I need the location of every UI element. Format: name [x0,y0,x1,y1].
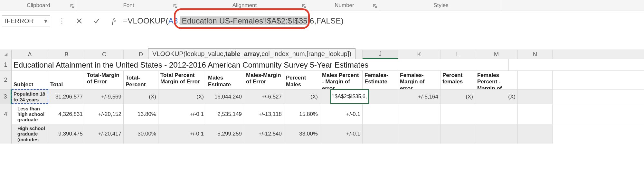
formula-bar: IFERROR ▾ ⋮ fx =VLOOKUP(A3,'Education US… [0,11,644,50]
cell[interactable] [398,124,440,144]
cell[interactable]: 5,299,259 [206,124,244,144]
column-header-K[interactable]: K [398,50,440,59]
cell[interactable]: +/-9,569 [85,89,124,104]
header-percent-males[interactable]: Percent Males [284,71,320,89]
cell[interactable] [518,104,553,124]
header-females-estimate[interactable]: Females-Estimate [363,71,398,89]
cell[interactable]: 4,326,831 [48,104,85,124]
column-header-N[interactable]: N [518,50,553,59]
cell[interactable]: +/-20,152 [85,104,124,124]
dialog-launcher-icon[interactable] [373,3,377,8]
header-subject[interactable]: Subject [12,71,48,89]
insert-function-button[interactable]: fx [108,16,120,26]
row-header-3[interactable]: 3 [0,89,12,104]
header-males-moe[interactable]: Males-Margin of Error [244,71,284,89]
table-row: 1 Educational Attainment in the United S… [0,59,644,71]
cell[interactable]: 13.80% [124,104,158,124]
cell[interactable]: +/-13,118 [244,104,284,124]
ribbon-group-labels: Clipboard Font Alignment Number Styles [0,0,644,11]
header-males-estimate[interactable]: Males Estimate [206,71,244,89]
cell[interactable]: 9,390,475 [48,124,85,144]
header-total-moe[interactable]: Total-Margin of Error [85,71,124,89]
cell[interactable] [475,104,518,124]
row-header-1[interactable]: 1 [0,59,12,70]
cancel-formula-button[interactable] [73,16,85,26]
cell[interactable]: (X) [124,89,158,104]
cell[interactable] [518,71,553,89]
header-females-moe[interactable]: Females-Margin of error [398,71,440,89]
formula-arg-table-array: 'Education US-Females'!$A$2:$I$35 [180,16,308,25]
chevron-down-icon[interactable]: ▾ [44,17,47,25]
column-header-J[interactable]: J [363,50,398,59]
header-total[interactable]: Total [48,71,85,89]
formula-bar-expand-icon[interactable]: ⋮ [56,16,68,26]
cell[interactable] [518,89,553,104]
table-row: 2 Subject Total Total-Margin of Error To… [0,71,644,89]
cell[interactable] [440,124,475,144]
select-all-triangle[interactable] [0,50,12,59]
cell[interactable]: (X) [475,89,518,104]
cell[interactable] [363,124,398,144]
row-header-4[interactable]: 4 [0,104,12,124]
cell[interactable]: +/-12,540 [244,124,284,144]
header-percent-females[interactable]: Percent females [440,71,475,89]
enter-formula-button[interactable] [91,16,102,26]
cell-subject[interactable]: Less than high school graduate [12,104,48,124]
name-box[interactable]: IFERROR ▾ [2,15,50,26]
column-headers: A B C D E F G H I J K L M N VLOOKUP(look… [0,50,644,59]
function-arguments-tooltip[interactable]: VLOOKUP(lookup_value, table_array, col_i… [148,48,355,59]
cell[interactable]: +/-20,417 [85,124,124,144]
row-header-5[interactable] [0,124,12,144]
dialog-launcher-icon[interactable] [173,3,177,8]
cell[interactable] [398,104,440,124]
name-box-value: IFERROR [5,17,34,25]
cell[interactable]: 31,296,577 [48,89,85,104]
title-cell[interactable]: Educational Attainment in the United Sta… [12,59,509,70]
cell[interactable] [475,124,518,144]
cell[interactable]: 15.80% [284,104,320,124]
cell[interactable]: +/-6,527 [244,89,284,104]
dialog-launcher-icon[interactable] [70,3,74,8]
cell[interactable]: +/-0.1 [320,104,363,124]
header-females-percent-moe[interactable]: Females Percent - Margin of error [475,71,518,89]
cell[interactable] [363,104,398,124]
tooltip-active-arg: table_array [225,50,260,58]
header-total-percent[interactable]: Total- Percent [124,71,158,89]
dialog-launcher-icon[interactable] [302,3,306,8]
table-row: 4 Less than high school graduate 4,326,8… [0,104,644,124]
table-row: High school graduate (includes 9,390,475… [0,124,644,144]
ribbon-group-label: Clipboard [27,2,50,9]
formula-arg-range-lookup: FALSE [317,16,341,25]
header-total-percent-moe[interactable]: Total Percent Margin of Error [158,71,206,89]
formula-input[interactable]: =VLOOKUP(A3,'Education US-Females'!$A$2:… [123,16,642,25]
ribbon-group-label: Font [123,2,134,9]
cell[interactable]: (X) [284,89,320,104]
ribbon-group-label: Styles [433,2,448,9]
cell[interactable]: +/-5,164 [398,89,440,104]
column-header-L[interactable]: L [440,50,475,59]
cell[interactable]: 33.00% [284,124,320,144]
cell-subject[interactable]: High school graduate (includes [12,124,48,144]
cell[interactable]: 30.00% [124,124,158,144]
column-header-M[interactable]: M [475,50,518,59]
worksheet-grid[interactable]: 1 Educational Attainment in the United S… [0,59,644,144]
row-header-2[interactable]: 2 [0,71,12,89]
column-header-C[interactable]: C [85,50,124,59]
cell[interactable] [518,124,553,144]
cell[interactable]: (X) [440,89,475,104]
cell[interactable]: 16,044,240 [206,89,244,104]
ribbon-group-styles: Styles [380,0,502,11]
ribbon-group-label: Alignment [232,2,257,9]
ribbon-group-label: Number [335,2,354,9]
cell[interactable]: 2,535,149 [206,104,244,124]
cell[interactable]: +/-0.1 [158,104,206,124]
column-header-A[interactable]: A [12,50,48,59]
cell[interactable] [440,104,475,124]
cell[interactable]: +/-0.1 [320,124,363,144]
cell-subject[interactable]: Population 18 to 24 years [12,89,48,104]
cell[interactable]: +/-0.1 [158,124,206,144]
column-header-B[interactable]: B [48,50,85,59]
header-males-percent-moe[interactable]: Males Percent - Margin of error [320,71,363,89]
active-cell-editor[interactable]: '!$A$2:$I$35,6,FA [330,89,369,104]
cell[interactable]: (X) [158,89,206,104]
